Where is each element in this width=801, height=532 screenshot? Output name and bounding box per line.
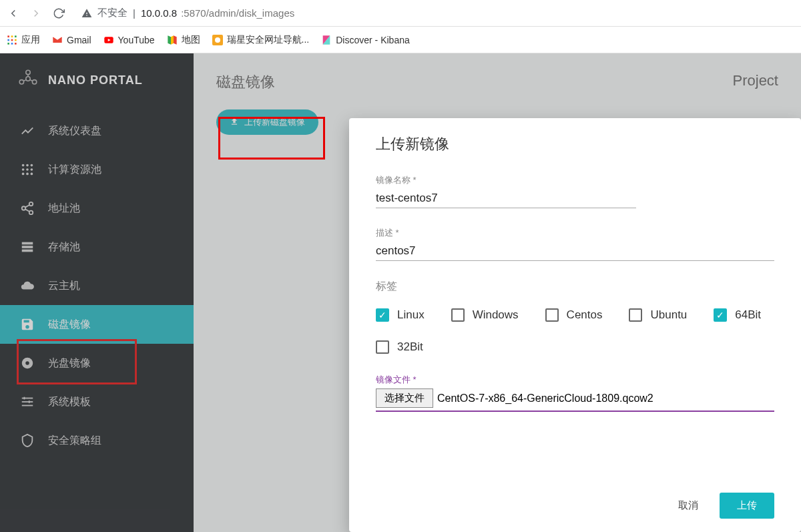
maps-icon: [167, 35, 178, 45]
tag-checkbox-linux[interactable]: ✓Linux: [376, 308, 425, 322]
kibana-icon: [321, 35, 332, 45]
tag-label: Centos: [567, 308, 603, 322]
bookmark-gmail[interactable]: Gmail: [52, 35, 91, 45]
checkbox-icon: ✓: [714, 308, 727, 322]
bookmark-rising[interactable]: 瑞星安全网址导航...: [212, 34, 310, 46]
svg-rect-8: [15, 43, 17, 45]
insecure-icon: [81, 8, 92, 19]
app-root: NANO PORTAL 系统仪表盘 计算资源池 地址池 存储池 云主机 磁盘镜像: [0, 53, 801, 532]
bookmark-kibana[interactable]: Discover - Kibana: [321, 35, 410, 45]
svg-point-11: [215, 37, 220, 43]
tag-checkbox-32bit[interactable]: 32Bit: [376, 340, 423, 354]
tag-label: Linux: [397, 308, 425, 322]
svg-rect-3: [7, 39, 9, 41]
gmail-icon: [52, 35, 63, 45]
field-label: 镜像文件: [376, 374, 774, 386]
selected-file-name: CentOS-7-x86_64-GenericCloud-1809.qcow2: [437, 392, 653, 405]
checkbox-icon: [376, 340, 389, 354]
browser-nav-bar: 不安全 | 10.0.0.8:5870/admin/disk_images: [0, 0, 801, 27]
svg-rect-5: [15, 39, 17, 41]
tag-checkbox-windows[interactable]: Windows: [451, 308, 519, 322]
checkbox-icon: [545, 308, 559, 322]
bookmark-label: 应用: [21, 34, 40, 46]
svg-rect-4: [11, 39, 13, 41]
svg-rect-0: [7, 35, 9, 37]
description-input[interactable]: [376, 242, 774, 261]
rising-icon: [212, 35, 223, 45]
bookmark-maps[interactable]: 地图: [167, 34, 200, 46]
bookmark-label: Discover - Kibana: [336, 35, 410, 45]
bookmark-label: Gmail: [67, 35, 91, 45]
apps-icon: [7, 35, 17, 45]
checkbox-icon: ✓: [376, 308, 389, 322]
bookmark-youtube[interactable]: YouTube: [103, 35, 155, 45]
field-label: 描述: [376, 227, 774, 239]
bookmark-apps[interactable]: 应用: [7, 34, 40, 46]
bookmark-label: 地图: [182, 34, 200, 46]
tags-label: 标签: [376, 280, 774, 294]
field-label: 镜像名称: [376, 174, 774, 186]
bookmark-label: 瑞星安全网址导航...: [227, 34, 310, 46]
url-separator: |: [133, 7, 136, 19]
field-image-file: 镜像文件 选择文件 CentOS-7-x86_64-GenericCloud-1…: [376, 374, 774, 412]
bookmarks-bar: 应用 Gmail YouTube 地图 瑞星安全网址导航... Discover…: [0, 27, 801, 53]
choose-file-button[interactable]: 选择文件: [376, 388, 433, 408]
tag-label: 32Bit: [397, 340, 423, 354]
back-button[interactable]: [5, 5, 21, 21]
youtube-icon: [103, 35, 114, 45]
tag-label: 64Bit: [735, 308, 761, 322]
tag-label: Windows: [473, 308, 519, 322]
upload-image-modal: 上传新镜像 镜像名称 描述 标签 ✓LinuxWindowsCentosUbun…: [349, 118, 801, 532]
modal-title: 上传新镜像: [376, 134, 774, 154]
bookmark-label: YouTube: [118, 35, 155, 45]
image-name-input[interactable]: [376, 189, 636, 208]
modal-actions: 取消 上传: [376, 479, 774, 519]
cancel-button[interactable]: 取消: [673, 493, 704, 519]
checkbox-icon: [629, 308, 642, 322]
submit-button[interactable]: 上传: [720, 493, 774, 519]
checkbox-icon: [451, 308, 465, 322]
svg-rect-1: [11, 35, 13, 37]
security-label: 不安全: [97, 7, 127, 19]
tag-label: Ubuntu: [650, 308, 687, 322]
url-host: 10.0.0.8: [141, 7, 177, 19]
svg-rect-2: [15, 35, 17, 37]
url-bar[interactable]: 不安全 | 10.0.0.8:5870/admin/disk_images: [73, 3, 796, 24]
field-image-name: 镜像名称: [376, 174, 774, 208]
forward-button[interactable]: [28, 5, 44, 21]
tag-checkbox-64bit[interactable]: ✓64Bit: [714, 308, 761, 322]
svg-rect-7: [11, 43, 13, 45]
field-description: 描述: [376, 227, 774, 261]
tag-checkbox-ubuntu[interactable]: Ubuntu: [629, 308, 687, 322]
url-path: :5870/admin/disk_images: [181, 7, 294, 19]
tags-group: ✓LinuxWindowsCentosUbuntu✓64Bit32Bit: [376, 308, 774, 354]
tag-checkbox-centos[interactable]: Centos: [545, 308, 603, 322]
reload-button[interactable]: [51, 5, 67, 21]
svg-rect-6: [7, 43, 9, 45]
